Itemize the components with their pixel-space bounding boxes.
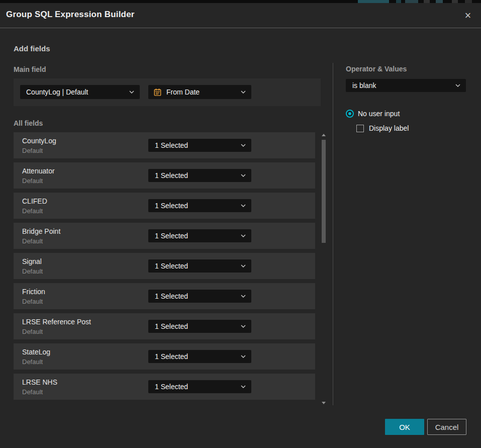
field-selection-dropdown[interactable]: 1 Selected	[148, 169, 251, 182]
field-selection-dropdown-label: 1 Selected	[155, 352, 188, 361]
cancel-button[interactable]: Cancel	[427, 419, 466, 435]
field-sublabel: Default	[22, 267, 43, 275]
chevron-down-icon	[241, 264, 246, 267]
field-row: LRSE Reference Post Default 1 Selected	[14, 313, 315, 339]
close-icon[interactable]: ×	[461, 9, 474, 22]
dialog-title: Group SQL Expression Builder	[6, 10, 135, 20]
field-sublabel: Default	[22, 358, 43, 366]
main-field-panel: CountyLog | Default From Date	[14, 78, 321, 106]
field-sublabel: Default	[22, 298, 43, 305]
no-user-input-radio[interactable]: No user input	[346, 110, 400, 118]
main-field-label: Main field	[14, 65, 46, 73]
radio-selected-icon	[346, 110, 354, 118]
field-sublabel: Default	[22, 388, 43, 396]
display-label-label: Display label	[369, 124, 409, 132]
field-sublabel: Default	[22, 147, 43, 154]
field-row: Bridge Point Default 1 Selected	[14, 223, 315, 249]
field-row: LRSE NHS Default 1 Selected	[14, 374, 315, 400]
field-selection-dropdown[interactable]: 1 Selected	[148, 259, 251, 273]
add-fields-heading: Add fields	[14, 44, 50, 53]
field-sublabel: Default	[22, 207, 43, 215]
operator-dropdown[interactable]: is blank	[346, 79, 466, 92]
chevron-down-icon	[241, 385, 246, 388]
field-sublabel: Default	[22, 328, 43, 335]
chevron-down-icon	[241, 144, 246, 147]
field-selection-dropdown[interactable]: 1 Selected	[148, 199, 251, 212]
chevron-down-icon	[241, 204, 246, 207]
no-user-input-label: No user input	[358, 110, 400, 118]
group-sql-expression-builder-dialog: Group SQL Expression Builder × Add field…	[0, 3, 481, 448]
screen: Group SQL Expression Builder × Add field…	[0, 0, 481, 448]
scrollbar-thumb[interactable]	[322, 140, 326, 243]
fields-list-scrollbar[interactable]	[320, 132, 327, 405]
chevron-down-icon	[241, 325, 246, 328]
calendar-date-icon	[153, 88, 162, 97]
field-row: CountyLog Default 1 Selected	[14, 132, 315, 158]
field-selection-dropdown-label: 1 Selected	[155, 292, 188, 300]
ok-button[interactable]: OK	[385, 419, 424, 435]
chevron-down-icon	[241, 295, 246, 298]
main-field-select-value: From Date	[166, 88, 200, 96]
chevron-down-icon	[455, 84, 460, 87]
field-selection-dropdown-label: 1 Selected	[155, 232, 188, 240]
field-selection-dropdown[interactable]: 1 Selected	[148, 290, 251, 303]
display-label-checkbox[interactable]: Display label	[356, 124, 409, 132]
field-selection-dropdown-label: 1 Selected	[155, 202, 188, 210]
field-sublabel: Default	[22, 177, 43, 185]
field-selection-dropdown-label: 1 Selected	[155, 322, 188, 330]
layer-select-value: CountyLog | Default	[26, 88, 88, 96]
layer-select-dropdown[interactable]: CountyLog | Default	[20, 85, 140, 99]
field-selection-dropdown-label: 1 Selected	[155, 171, 188, 180]
chevron-down-icon	[241, 174, 246, 177]
field-selection-dropdown[interactable]: 1 Selected	[148, 139, 251, 152]
field-selection-dropdown-label: 1 Selected	[155, 262, 188, 270]
field-selection-dropdown[interactable]: 1 Selected	[148, 229, 251, 242]
all-fields-label: All fields	[14, 119, 43, 127]
field-name: LRSE NHS	[22, 378, 57, 386]
field-name: Signal	[22, 257, 42, 265]
field-name: Bridge Point	[22, 227, 60, 235]
field-row: CLIFED Default 1 Selected	[14, 193, 315, 219]
scroll-up-icon[interactable]	[322, 134, 326, 136]
field-row: Friction Default 1 Selected	[14, 283, 315, 309]
operator-value: is blank	[352, 81, 376, 89]
chevron-down-icon	[241, 91, 246, 94]
field-selection-dropdown[interactable]: 1 Selected	[148, 380, 251, 393]
scroll-down-icon[interactable]	[322, 402, 326, 404]
field-selection-dropdown[interactable]: 1 Selected	[148, 320, 251, 333]
main-field-select-dropdown[interactable]: From Date	[148, 85, 251, 99]
checkbox-unchecked-icon	[356, 125, 364, 132]
dialog-titlebar: Group SQL Expression Builder ×	[0, 3, 481, 28]
field-selection-dropdown[interactable]: 1 Selected	[148, 350, 251, 363]
operator-values-label: Operator & Values	[346, 65, 407, 73]
all-fields-list: CountyLog Default 1 Selected Attenuator …	[14, 132, 315, 400]
field-row: Signal Default 1 Selected	[14, 253, 315, 279]
chevron-down-icon	[241, 234, 246, 237]
field-name: CountyLog	[22, 137, 56, 145]
field-name: CLIFED	[22, 197, 47, 205]
field-name: Attenuator	[22, 167, 55, 175]
chevron-down-icon	[129, 91, 134, 94]
field-row: Attenuator Default 1 Selected	[14, 162, 315, 189]
chevron-down-icon	[241, 355, 246, 358]
field-selection-dropdown-label: 1 Selected	[155, 383, 188, 391]
field-name: Friction	[22, 288, 45, 296]
field-sublabel: Default	[22, 237, 43, 245]
field-row: StateLog Default 1 Selected	[14, 343, 315, 370]
panel-divider	[333, 63, 333, 405]
field-name: StateLog	[22, 348, 50, 356]
field-name: LRSE Reference Post	[22, 318, 91, 326]
field-selection-dropdown-label: 1 Selected	[155, 141, 188, 149]
